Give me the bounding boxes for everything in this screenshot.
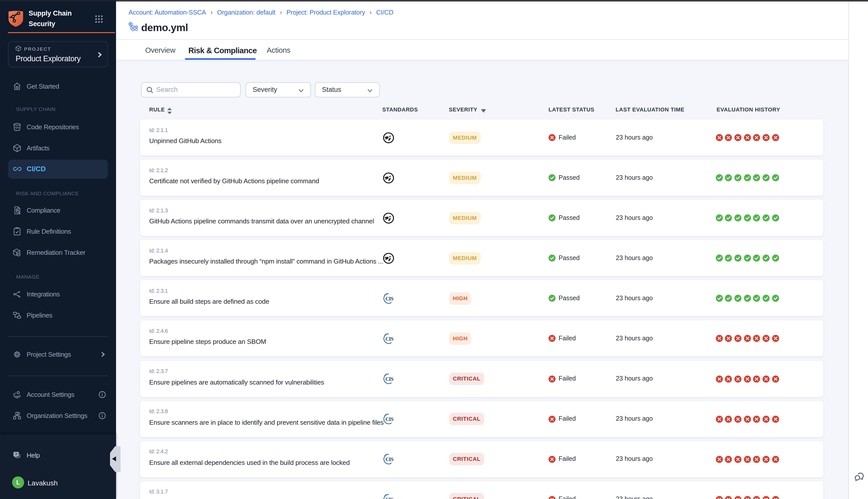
svg-text:CIS: CIS [386, 296, 394, 301]
svg-text:?: ? [15, 452, 17, 456]
svg-text:CIS: CIS [386, 457, 394, 462]
svg-text:CIS: CIS [386, 497, 394, 499]
svg-text:CIS: CIS [386, 416, 394, 422]
svg-text:CIS: CIS [386, 336, 394, 342]
svg-text:CIS: CIS [386, 376, 394, 382]
